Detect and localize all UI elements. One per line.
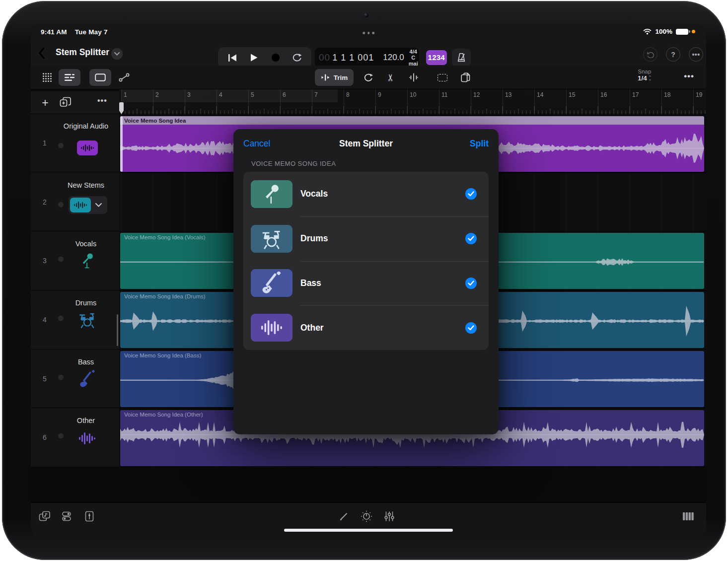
region-label: Voice Memo Song Idea (Drums)	[124, 293, 206, 299]
ruler-bar-label: 1	[124, 91, 127, 98]
region-trim-handle[interactable]	[120, 116, 123, 172]
count-in-button[interactable]: 1234	[426, 50, 447, 65]
track-header-original-audio[interactable]: 1 Original Audio	[31, 114, 119, 172]
status-time: 9:41 AM	[41, 28, 67, 36]
track-header-bass[interactable]: 5 Bass	[31, 350, 119, 409]
snap-control[interactable]: Snap 1/4 ⌃⌄	[638, 69, 652, 82]
help-button[interactable]: ?	[666, 47, 680, 62]
ruler-bar-label: 4	[219, 91, 222, 98]
track-header-more-button[interactable]: •••	[97, 96, 107, 105]
record-enable-dot[interactable]	[58, 257, 64, 262]
toolbar-more-button[interactable]: •••	[684, 71, 694, 81]
checkmark-icon[interactable]	[465, 188, 477, 200]
loop-tool-button[interactable]	[358, 69, 378, 86]
ruler[interactable]: 12345678910111213141516171819	[119, 89, 706, 114]
ipad-device: 9:41 AM Tue May 7 100%	[2, 1, 726, 560]
home-indicator[interactable]	[284, 529, 453, 532]
trim-tool-button[interactable]: Trim	[315, 69, 354, 86]
record-button[interactable]	[267, 50, 284, 65]
add-track-button[interactable]: +	[38, 95, 53, 110]
bottom-toolbar	[31, 502, 706, 538]
stem-label: Other	[300, 323, 324, 333]
waveform-icon	[73, 427, 102, 449]
waveform-icon	[251, 314, 292, 342]
record-enable-dot[interactable]	[58, 143, 64, 148]
checkmark-icon[interactable]	[465, 233, 477, 244]
marquee-tool-button[interactable]	[432, 69, 453, 86]
checkmark-icon[interactable]	[465, 322, 477, 334]
track-header-other[interactable]: 6 Other	[31, 409, 119, 467]
record-enable-dot[interactable]	[58, 316, 64, 321]
bass-guitar-icon	[73, 368, 102, 390]
track-header-new-stems[interactable]: 2 New Stems	[31, 173, 119, 231]
microphone-icon	[73, 250, 102, 272]
ruler-bar-label: 14	[537, 91, 543, 98]
ruler-bar-label: 2	[155, 91, 159, 98]
marquee-icon	[437, 74, 447, 81]
track-number: 1	[40, 139, 50, 147]
regions-mode-button[interactable]	[89, 69, 111, 86]
front-camera-icon	[364, 13, 368, 17]
project-title-chevron-icon[interactable]	[111, 48, 123, 60]
track-number: 4	[40, 316, 50, 324]
record-enable-dot[interactable]	[58, 433, 64, 439]
track-header-drums[interactable]: 4 Drums	[31, 291, 119, 350]
checkmark-icon[interactable]	[465, 278, 477, 289]
lcd-position-dim: 00	[319, 52, 330, 63]
metronome-button[interactable]	[452, 49, 471, 67]
lcd-display[interactable]: 00 1 1 1 001 120.0 4/4 C maj	[315, 48, 419, 68]
track-name: Drums	[57, 299, 115, 307]
browser-grid-button[interactable]	[38, 69, 57, 86]
more-options-button[interactable]: •••	[689, 47, 703, 62]
loop-browser-button[interactable]	[36, 509, 54, 524]
region-header[interactable]: Voice Memo Song Idea	[120, 116, 704, 125]
lcd-signature: 4/4 C maj	[409, 49, 423, 67]
ruler-bar-label: 6	[283, 91, 286, 98]
snap-stepper-icon: ⌃⌄	[649, 76, 652, 80]
duplicate-track-button[interactable]	[60, 97, 72, 109]
split-button[interactable]: Split	[470, 139, 489, 149]
undo-button[interactable]	[643, 47, 657, 62]
ruler-bar-label: 17	[632, 91, 639, 98]
paste-tool-button[interactable]	[455, 69, 476, 86]
record-enable-dot[interactable]	[58, 374, 64, 380]
region-label: Voice Memo Song Idea (Bass)	[124, 352, 201, 358]
transport-controls	[218, 47, 311, 68]
expand-stems-chevron-button[interactable]	[91, 198, 106, 212]
automation-mode-button[interactable]	[114, 69, 134, 86]
ruler-bar-label: 9	[378, 91, 381, 98]
stem-row-bass[interactable]: Bass	[243, 261, 489, 306]
cycle-button[interactable]	[289, 50, 305, 65]
split-tool-button[interactable]: ✂	[380, 69, 401, 86]
main-toolbar: Stem Splitter	[31, 41, 706, 66]
track-header-vocals[interactable]: 3 Vocals	[31, 232, 119, 290]
ruler-bar-label: 18	[664, 91, 670, 98]
tracks-view-button[interactable]	[59, 69, 80, 86]
smart-controls-button[interactable]	[358, 509, 375, 524]
stem-row-vocals[interactable]: Vocals	[243, 172, 489, 216]
play-button[interactable]	[246, 50, 263, 65]
track-name: Other	[57, 417, 115, 424]
fade-tool-button[interactable]	[403, 69, 424, 86]
snap-value: 1/4	[638, 75, 647, 82]
ruler-bar-label: 15	[569, 91, 575, 98]
stem-row-drums[interactable]: Drums	[243, 216, 489, 261]
keyboard-button[interactable]	[679, 509, 697, 524]
track-controls-button[interactable]	[58, 509, 75, 524]
pencil-tool-button[interactable]	[335, 509, 353, 524]
stem-label: Bass	[300, 278, 321, 288]
go-to-beginning-button[interactable]	[224, 50, 241, 65]
record-enable-dot[interactable]	[58, 202, 64, 207]
dialog-title: Stem Splitter	[233, 139, 499, 149]
ruler-bar-label: 13	[505, 91, 511, 98]
stem-row-other[interactable]: Other	[243, 305, 489, 350]
track-scrollbar[interactable]	[117, 314, 118, 346]
privacy-indicator-icon	[692, 30, 695, 33]
fader-button[interactable]	[80, 509, 98, 524]
multitasking-indicator[interactable]	[363, 32, 374, 34]
back-button[interactable]	[38, 46, 51, 60]
lcd-position: 1 1 1 001	[332, 53, 374, 63]
lcd-tempo: 120.0	[383, 53, 404, 63]
mixer-button[interactable]	[380, 509, 398, 524]
snap-label: Snap	[638, 69, 652, 75]
